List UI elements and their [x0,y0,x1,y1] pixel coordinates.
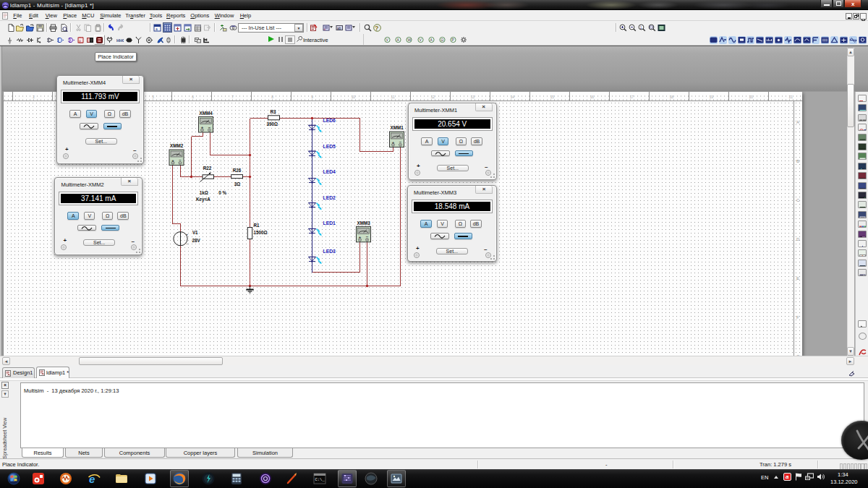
svg-text:0 %: 0 % [218,190,226,195]
svg-text:LED5: LED5 [323,144,336,149]
svg-text:LED4: LED4 [323,169,336,174]
svg-text:XMM2: XMM2 [170,143,184,148]
svg-text:390Ω: 390Ω [267,121,278,127]
svg-text:3Ω: 3Ω [234,181,241,187]
svg-text:V1: V1 [192,230,198,235]
svg-text:C:\_: C:\_ [315,477,326,482]
svg-text:R1: R1 [254,223,260,228]
svg-text:XMM3: XMM3 [357,221,371,226]
svg-text:XMM1: XMM1 [391,125,404,130]
svg-text:LED6: LED6 [323,118,336,123]
svg-text:28V: 28V [192,238,201,243]
svg-text:12: 12 [860,188,864,189]
svg-text:88: 88 [860,178,864,179]
svg-text:1kΩ: 1kΩ [200,190,208,195]
svg-text:LED3: LED3 [323,249,336,254]
svg-text:Key=A: Key=A [196,197,210,202]
svg-text:000: 000 [860,207,865,208]
svg-text:LED2: LED2 [323,195,336,200]
svg-text:–: – [187,241,189,246]
svg-text:1500Ω: 1500Ω [254,230,268,235]
svg-text:+: + [186,232,188,236]
svg-text:R26: R26 [233,168,242,173]
svg-text:LED1: LED1 [323,221,336,226]
svg-text:XMM4: XMM4 [200,111,213,116]
svg-text:R3: R3 [271,109,277,114]
svg-text:ni: ni [860,265,862,267]
svg-text:R22: R22 [203,166,212,171]
